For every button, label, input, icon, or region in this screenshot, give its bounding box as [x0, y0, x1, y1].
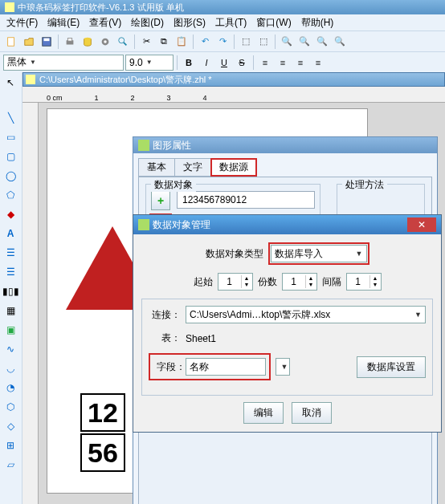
doc-icon [26, 75, 35, 84]
italic-button[interactable]: I [198, 55, 214, 71]
dialog-icon [138, 140, 149, 151]
tool-b-icon[interactable]: ⬚ [255, 34, 271, 50]
label-box[interactable]: 12 [80, 393, 125, 432]
zoomin-icon[interactable]: 🔍 [279, 34, 295, 50]
start-spinbox[interactable]: 1▲▼ [218, 273, 253, 291]
svg-rect-0 [8, 37, 14, 46]
group-label: 数据对象 [151, 178, 196, 192]
svg-point-8 [119, 37, 125, 43]
list-b-tool-icon[interactable]: ☰ [2, 263, 19, 281]
menu-draw[interactable]: 绘图(D) [128, 15, 167, 30]
ruler-vertical [22, 103, 39, 504]
data-object-manage-dialog: 数据对象管理 ✕ 数据对象类型 数据库导入 ▼ 起始 1▲▼ 份数 1▲▼ 间隔… [133, 214, 442, 433]
left-toolbox: ↖ ╲ ▭ ▢ ◯ ⬠ ◆ A ☰ ☰ ▮▯▮ ▦ ▣ ∿ ◡ ◔ ⬡ ◇ ⊞ … [0, 72, 22, 504]
add-object-button[interactable]: + [151, 191, 170, 210]
menu-help[interactable]: 帮助(H) [298, 15, 337, 30]
redo-icon[interactable]: ↷ [214, 34, 231, 50]
zoom1-icon[interactable]: 🔍 [314, 34, 330, 50]
text-tool-icon[interactable]: A [2, 225, 19, 242]
align-left-icon[interactable]: ≡ [257, 55, 273, 71]
copy-icon[interactable]: ⧉ [156, 34, 172, 50]
db-settings-button[interactable]: 数据库设置 [357, 356, 426, 378]
dialog-titlebar[interactable]: 图形属性 [133, 137, 437, 153]
pie-tool-icon[interactable]: ◔ [2, 379, 19, 396]
field-dropdown-button[interactable]: ▼ [276, 358, 290, 376]
font-size-select[interactable]: 9.0 ▼ [125, 55, 174, 71]
list-a-tool-icon[interactable]: ☰ [2, 244, 19, 262]
save-icon[interactable] [39, 34, 55, 50]
menu-window[interactable]: 窗口(W) [253, 15, 294, 30]
data-object-list[interactable]: 123456789012 [177, 191, 315, 209]
count-spinbox[interactable]: 1▲▼ [282, 273, 317, 291]
font-size-value: 9.0 [129, 57, 143, 68]
curve-tool-icon[interactable]: ∿ [2, 340, 19, 358]
strike-button[interactable]: S [234, 55, 250, 71]
grid-tool-icon[interactable]: ⊞ [2, 437, 19, 454]
ruler-tick: 3 [167, 94, 171, 102]
bold-button[interactable]: B [181, 55, 197, 71]
db-icon[interactable] [80, 34, 96, 50]
label-box[interactable]: 56 [80, 433, 125, 472]
pointer-tool-icon[interactable]: ↖ [2, 74, 19, 91]
ellipse-tool-icon[interactable]: ◯ [2, 167, 19, 185]
misc-tool-icon[interactable]: ▱ [2, 456, 19, 474]
ruler-tick: 1 [95, 94, 99, 102]
menubar: 文件(F) 编辑(E) 查看(V) 绘图(D) 图形(S) 工具(T) 窗口(W… [0, 14, 445, 30]
align-right-icon[interactable]: ≡ [292, 55, 308, 71]
menu-file[interactable]: 文件(F) [3, 15, 41, 30]
type-combobox[interactable]: 数据库导入 ▼ [271, 245, 367, 262]
paste-icon[interactable]: 📋 [174, 34, 190, 50]
font-name-select[interactable]: 黑体 ▼ [3, 55, 124, 71]
line-tool-icon[interactable]: ╲ [2, 109, 19, 127]
ruler-tick: 4 [203, 94, 207, 102]
svg-line-9 [124, 42, 127, 45]
hex-tool-icon[interactable]: ⬡ [2, 398, 19, 416]
app-titlebar: 中琅条码标签打印软件-V6.1.3 试用版 单机 [0, 0, 445, 14]
barcode-b-tool-icon[interactable]: ▦ [2, 302, 19, 319]
type-value: 数据库导入 [275, 247, 323, 261]
chevron-down-icon: ▼ [414, 311, 422, 319]
gear-icon[interactable] [97, 34, 113, 50]
ruler-horizontal: 0 cm 1 2 3 4 [22, 87, 445, 103]
barcode-a-tool-icon[interactable]: ▮▯▮ [2, 282, 19, 300]
print-icon[interactable] [62, 34, 78, 50]
arc-tool-icon[interactable]: ◡ [2, 360, 19, 377]
tab-datasource[interactable]: 数据源 [210, 158, 257, 177]
connection-combobox[interactable]: C:\Users\Admi…ktop\警示牌.xlsx ▼ [186, 306, 426, 323]
close-button[interactable]: ✕ [407, 217, 436, 232]
rect-tool-icon[interactable]: ▭ [2, 128, 19, 146]
find-icon[interactable] [115, 34, 131, 50]
connection-label: 连接： [149, 308, 181, 322]
cut-icon[interactable]: ✂ [138, 34, 154, 50]
toolbar-main: ✂ ⧉ 📋 ↶ ↷ ⬚ ⬚ 🔍 🔍 🔍 🔍 [0, 30, 445, 51]
zoomout-icon[interactable]: 🔍 [296, 34, 312, 50]
tab-text[interactable]: 文字 [174, 158, 211, 177]
diamond-tool-icon[interactable]: ◇ [2, 417, 19, 435]
open-icon[interactable] [21, 34, 37, 50]
polygon-tool-icon[interactable]: ⬠ [2, 186, 19, 204]
cancel-button[interactable]: 取消 [292, 402, 332, 424]
menu-view[interactable]: 查看(V) [86, 15, 125, 30]
label-preview: 12 56 [80, 393, 125, 474]
gap-spinbox[interactable]: 1▲▼ [346, 273, 382, 291]
new-icon[interactable] [3, 34, 19, 50]
group-label: 处理方法 [342, 178, 387, 192]
undo-icon[interactable]: ↶ [197, 34, 213, 50]
tab-basic[interactable]: 基本 [138, 158, 175, 177]
underline-button[interactable]: U [216, 55, 232, 71]
data-object-item[interactable]: 123456789012 [182, 194, 247, 205]
fill-tool-icon[interactable]: ◆ [2, 205, 19, 223]
menu-shape[interactable]: 图形(S) [170, 15, 209, 30]
field-combobox[interactable]: 名称 [186, 358, 266, 376]
table-value: Sheet1 [186, 333, 216, 344]
menu-edit[interactable]: 编辑(E) [44, 15, 83, 30]
image-tool-icon[interactable]: ▣ [2, 321, 19, 339]
align-center-icon[interactable]: ≡ [275, 55, 291, 71]
menu-tool[interactable]: 工具(T) [212, 15, 250, 30]
tool-a-icon[interactable]: ⬚ [238, 34, 254, 50]
zoom2-icon[interactable]: 🔍 [332, 34, 348, 50]
align-justify-icon[interactable]: ≡ [310, 55, 326, 71]
roundrect-tool-icon[interactable]: ▢ [2, 148, 19, 165]
edit-button[interactable]: 编辑 [243, 402, 284, 424]
dialog-titlebar[interactable]: 数据对象管理 ✕ [133, 215, 441, 234]
